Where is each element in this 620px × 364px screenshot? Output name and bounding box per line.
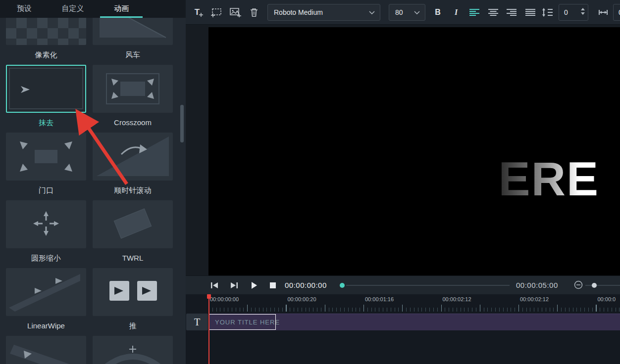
preview-area: ERE [186,25,620,275]
tab-animation[interactable]: 动画 [97,0,146,18]
animation-grid: 像素化风车抹去Crosszoom门口顺时针滚动圆形缩小TWRLLinearWip… [0,0,186,364]
add-image-icon [229,7,241,17]
add-text-button[interactable]: T [193,6,206,18]
add-image-button[interactable] [229,6,242,18]
ruler-timecode: 00:00:00:20 [288,296,316,302]
delete-button[interactable] [248,6,260,18]
plus-icon [199,13,203,17]
animation-item-label: TWRL [93,248,173,268]
title-clip-label: YOUR TITLE HERE [215,314,280,330]
animation-item-clockwise-roll[interactable]: 顺时针滚动 [93,133,173,200]
font-size-select[interactable]: 80 [389,4,425,21]
bold-button[interactable]: B [431,6,444,18]
app: { "sidebar": { "tabs": [ {"label": "预设",… [0,0,620,364]
chevron-down-icon [369,11,375,14]
animation-item-partial-1[interactable] [6,336,86,364]
total-duration: 00:00:05:00 [516,276,558,294]
ruler-timecode: 00:00:02:12 [443,296,471,302]
tab-presets[interactable]: 预设 [0,0,49,18]
zoom-out-button[interactable] [573,281,583,289]
align-right-icon [507,8,517,16]
current-time: 00:00:00:00 [285,276,327,294]
animation-item-circle-shrink[interactable]: 圆形缩小 [6,200,86,268]
animation-item-label: 风车 [93,45,173,65]
playback-bar: 00:00:00:00 00:00:05:00 [186,275,620,294]
timeline: 00:00:00:0000:00:00:2000:00:01:1600:00:0… [186,294,620,364]
line-spacing-button[interactable] [541,6,554,18]
title-clip[interactable]: YOUR TITLE HERE [208,314,620,330]
animation-item-label: 顺时针滚动 [93,181,173,200]
text-toolbar: T Roboto Medium 80 B I [186,0,620,25]
animation-item-label: 门口 [6,181,86,200]
animation-item-label: 圆形缩小 [6,248,86,268]
playhead[interactable] [208,294,209,364]
next-frame-button[interactable] [229,281,239,289]
play-icon [249,281,258,289]
align-left-icon [469,8,479,16]
next-frame-icon [230,282,239,289]
add-text-box-button[interactable] [210,6,223,18]
line-spacing-icon [542,8,553,17]
align-justify-button[interactable] [524,6,537,18]
animation-item-push[interactable]: 推 [93,268,173,336]
wipe-thumbnail[interactable] [6,65,86,113]
animation-item-linear-wipe[interactable]: LinearWipe [6,268,86,336]
stop-button[interactable] [268,281,278,289]
linear-wipe-thumbnail[interactable] [6,268,86,316]
letter-spacing-input[interactable]: 0 [613,4,620,21]
letter-spacing-button[interactable] [597,6,610,18]
delete-icon [250,7,258,17]
font-family-select[interactable]: Roboto Medium [267,4,380,21]
line-spacing-input[interactable]: 0 [559,4,588,21]
doorway-thumbnail[interactable] [6,133,86,181]
step-up-icon[interactable] [581,8,585,10]
tab-bar: 预设 自定义 动画 [0,0,186,18]
ruler-timecode: 00:00:01:16 [365,296,394,302]
partial-2-thumbnail[interactable] [93,336,173,364]
align-center-icon [488,8,498,16]
ruler-timecode: 00:00:00:00 [210,296,239,302]
circle-shrink-thumbnail[interactable] [6,200,86,248]
ruler-minor-ticks[interactable] [208,308,620,312]
timeline-zoom-track[interactable] [585,285,620,286]
font-family-value: Roboto Medium [268,8,369,16]
crosszoom-thumbnail[interactable] [93,65,173,113]
main-panel: T Roboto Medium 80 B I [186,0,620,364]
animation-item-label: 像素化 [6,45,86,65]
animation-item-crosszoom[interactable]: Crosszoom [93,65,173,133]
timeline-ruler-labels[interactable]: 00:00:00:0000:00:00:2000:00:01:1600:00:0… [186,296,620,303]
preview-stage[interactable]: ERE [208,27,620,275]
animation-item-doorway[interactable]: 门口 [6,133,86,200]
previous-frame-icon [210,282,219,289]
line-spacing-value: 0 [564,4,568,20]
text-track-header: T [186,314,208,330]
align-left-button[interactable] [468,6,481,18]
sidebar-scrollbar[interactable] [180,105,184,142]
align-center-button[interactable] [487,6,500,18]
seek-slider-thumb[interactable] [340,283,345,288]
step-down-icon[interactable] [581,12,585,15]
letter-spacing-icon [598,8,609,17]
clockwise-roll-thumbnail[interactable] [93,133,173,181]
previous-frame-button[interactable] [209,281,219,289]
ruler-timecode: 00:00:0 [598,296,616,302]
align-right-button[interactable] [505,6,518,18]
italic-button[interactable]: I [450,6,463,18]
tab-custom[interactable]: 自定义 [49,0,97,18]
timeline-zoom-thumb[interactable] [592,283,597,288]
play-button[interactable] [249,281,258,289]
animation-item-twirl[interactable]: TWRL [93,200,173,268]
animation-sidebar: 像素化风车抹去Crosszoom门口顺时针滚动圆形缩小TWRLLinearWip… [0,0,186,364]
stepper-arrows[interactable] [581,8,585,18]
animation-item-wipe[interactable]: 抹去 [6,65,86,133]
stop-icon [269,282,276,289]
twirl-thumbnail[interactable] [93,200,173,248]
preview-title-text: ERE [499,152,599,206]
push-thumbnail[interactable] [93,268,173,316]
add-text-box-icon [210,7,222,17]
align-justify-icon [525,8,535,16]
animation-item-partial-2[interactable] [93,336,173,364]
seek-slider-track[interactable] [346,285,510,286]
animation-item-label: 抹去 [6,113,86,133]
partial-1-thumbnail[interactable] [6,336,86,364]
